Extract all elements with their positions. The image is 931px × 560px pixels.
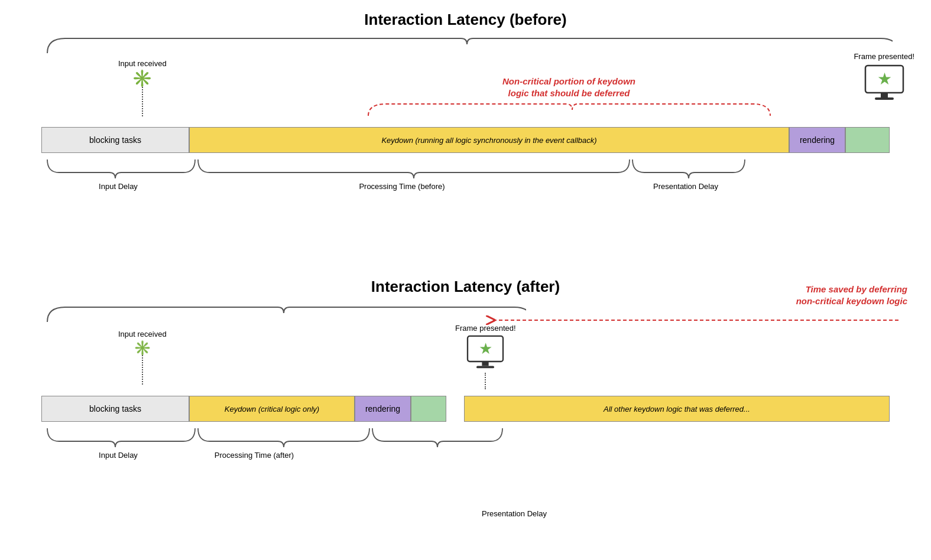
bottom-monitor-icon: ★ [465,335,505,370]
top-outer-brace [41,32,893,59]
top-input-received-label: Input received [118,59,167,68]
bottom-keydown-block: Keydown (critical logic only) [189,396,355,422]
top-blocking-block: blocking tasks [41,127,189,153]
svg-text:★: ★ [877,70,891,88]
bottom-presentation-label: Presentation Delay [482,509,547,518]
top-cursor-icon: ✳️ [118,70,167,87]
bottom-red-annotation: Time saved by deferring non-critical key… [796,284,907,307]
top-frame-presented-label: Frame presented! [854,52,914,61]
svg-rect-3 [875,97,894,100]
bottom-cursor-icon: ✳️ [118,341,167,355]
top-title: Interaction Latency (before) [364,11,566,28]
top-monitor-icon: ★ [863,64,906,102]
bottom-input-received-label: Input received [118,330,167,338]
bottom-processing-label: Processing Time (after) [215,451,294,460]
top-presentation-label: Presentation Delay [653,182,718,191]
bottom-input-delay-label: Input Delay [99,451,138,460]
bottom-frame-presented-label: Frame presented! [455,324,516,333]
bottom-deferred-block: All other keydown logic that was deferre… [464,396,890,422]
bottom-red-dashed-arrow [485,311,910,329]
svg-text:★: ★ [479,340,492,357]
bottom-title: Interaction Latency (after) [371,278,560,295]
svg-rect-2 [881,93,888,97]
top-keydown-block: Keydown (running all logic synchronously… [189,127,789,153]
bottom-blocking-block: blocking tasks [41,396,189,422]
top-rendering-block: rendering [789,127,845,153]
svg-rect-7 [482,362,489,366]
top-processing-label: Processing Time (before) [359,182,445,191]
svg-rect-8 [476,366,494,369]
bottom-outer-brace [41,301,526,328]
top-green-block [845,127,890,153]
top-red-annotation: Non-critical portion of keydown logic th… [307,76,831,99]
bottom-rendering-block: rendering [355,396,411,422]
bottom-green-block [411,396,446,422]
top-input-delay-label: Input Delay [99,182,138,191]
